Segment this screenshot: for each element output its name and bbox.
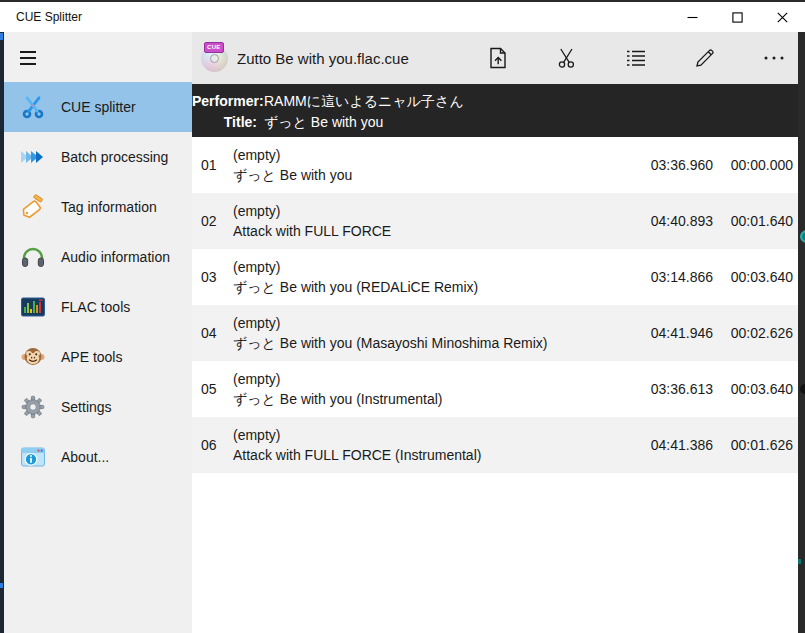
sidebar-item-audio-information[interactable]: Audio information [4, 232, 192, 282]
current-file: CUE Zutto Be with you.flac.cue [201, 45, 409, 72]
tracklist-icon [624, 46, 648, 70]
track-row[interactable]: 04 (empty) ずっと Be with you (Masayoshi Mi… [192, 305, 798, 361]
sidebar: CUE splitter Batch processing Tag inform… [4, 32, 192, 633]
track-duration: 04:41.386 [633, 437, 713, 453]
sidebar-menu: CUE splitter Batch processing Tag inform… [4, 82, 192, 482]
track-number: 06 [201, 437, 223, 453]
cue-badge: CUE [204, 42, 224, 53]
sidebar-item-label: Settings [61, 399, 112, 415]
sidebar-item-cue-splitter[interactable]: CUE splitter [4, 82, 192, 132]
more-button[interactable] [762, 46, 786, 70]
sidebar-item-label: APE tools [61, 349, 122, 365]
track-list: 01 (empty) ずっと Be with you 03:36.960 00:… [192, 137, 798, 633]
track-row[interactable]: 05 (empty) ずっと Be with you (Instrumental… [192, 361, 798, 417]
track-start-time: 00:03.640 [713, 269, 793, 285]
headphones-icon [20, 244, 46, 270]
titlebar: CUE Splitter [0, 2, 805, 32]
background-accent [798, 559, 801, 564]
track-start-time: 00:00.000 [713, 157, 793, 173]
background-accent [0, 583, 3, 588]
track-duration: 03:36.960 [633, 157, 713, 173]
track-title: Attack with FULL FORCE [233, 221, 633, 241]
background-window-left-edge [0, 32, 4, 633]
pencil-icon [693, 46, 717, 70]
track-row[interactable]: 02 (empty) Attack with FULL FORCE 04:40.… [192, 193, 798, 249]
close-icon [777, 12, 788, 23]
track-duration: 03:14.866 [633, 269, 713, 285]
title-label: Title: [192, 112, 257, 133]
track-title: ずっと Be with you (Masayoshi Minoshima Rem… [233, 333, 633, 353]
main-panel: CUE Zutto Be with you.flac.cue Performer… [192, 32, 798, 633]
minimize-icon [687, 12, 698, 23]
cue-meta-header: Performer: RAMMに這いよるニャル子さん Title: ずっと Be… [192, 84, 798, 137]
sidebar-item-batch-processing[interactable]: Batch processing [4, 132, 192, 182]
track-duration: 04:41.946 [633, 325, 713, 341]
track-number: 03 [201, 269, 223, 285]
sidebar-item-tag-information[interactable]: Tag information [4, 182, 192, 232]
sidebar-item-ape-tools[interactable]: APE tools [4, 332, 192, 382]
track-duration: 04:40.893 [633, 213, 713, 229]
info-icon [20, 444, 46, 470]
window-title: CUE Splitter [16, 10, 82, 24]
monkey-icon [20, 344, 46, 370]
track-title: ずっと Be with you (Instrumental) [233, 389, 633, 409]
maximize-button[interactable] [715, 2, 760, 32]
sidebar-item-label: FLAC tools [61, 299, 130, 315]
toolbar: CUE Zutto Be with you.flac.cue [192, 32, 798, 84]
track-row[interactable]: 03 (empty) ずっと Be with you (REDALiCE Rem… [192, 249, 798, 305]
track-number: 05 [201, 381, 223, 397]
window-body: CUE splitter Batch processing Tag inform… [0, 32, 805, 633]
track-tag: (empty) [233, 313, 633, 333]
background-accent [0, 33, 3, 40]
track-start-time: 00:01.626 [713, 437, 793, 453]
tag-icon [20, 194, 46, 220]
track-start-time: 00:01.640 [713, 213, 793, 229]
track-number: 04 [201, 325, 223, 341]
tracklist-button[interactable] [624, 46, 648, 70]
scissors-tool-icon [555, 46, 579, 70]
track-start-time: 00:02.626 [713, 325, 793, 341]
track-tag: (empty) [233, 145, 633, 165]
track-title: ずっと Be with you [233, 165, 633, 185]
hamburger-menu-button[interactable] [20, 51, 36, 65]
batch-icon [20, 144, 46, 170]
track-start-time: 00:03.640 [713, 381, 793, 397]
window-controls [670, 2, 805, 32]
track-number: 02 [201, 213, 223, 229]
track-tag: (empty) [233, 425, 633, 445]
maximize-icon [732, 12, 743, 23]
track-row[interactable]: 06 (empty) Attack with FULL FORCE (Instr… [192, 417, 798, 473]
minimize-button[interactable] [670, 2, 715, 32]
scissors-icon [20, 94, 46, 120]
track-tag: (empty) [233, 201, 633, 221]
sidebar-item-flac-tools[interactable]: FLAC tools [4, 282, 192, 332]
sidebar-item-about[interactable]: About... [4, 432, 192, 482]
sidebar-item-label: Tag information [61, 199, 157, 215]
track-tag: (empty) [233, 369, 633, 389]
sidebar-item-label: About... [61, 449, 109, 465]
track-tag: (empty) [233, 257, 633, 277]
cue-disc-icon: CUE [201, 45, 228, 72]
track-number: 01 [201, 157, 223, 173]
open-file-button[interactable] [486, 46, 510, 70]
filename-label: Zutto Be with you.flac.cue [237, 50, 409, 67]
background-teal-dot [800, 230, 805, 243]
edit-button[interactable] [693, 46, 717, 70]
track-title: ずっと Be with you (REDALiCE Remix) [233, 277, 633, 297]
track-title: Attack with FULL FORCE (Instrumental) [233, 445, 633, 465]
open-file-icon [486, 46, 510, 70]
track-duration: 03:36.613 [633, 381, 713, 397]
app-window: CUE Splitter CUE splitter Batch [0, 0, 805, 633]
performer-label: Performer: [192, 91, 257, 112]
toolbar-buttons [486, 46, 786, 70]
close-button[interactable] [760, 2, 805, 32]
split-button[interactable] [555, 46, 579, 70]
equalizer-icon [20, 294, 46, 320]
sidebar-item-label: CUE splitter [61, 99, 136, 115]
sidebar-item-settings[interactable]: Settings [4, 382, 192, 432]
track-row[interactable]: 01 (empty) ずっと Be with you 03:36.960 00:… [192, 137, 798, 193]
title-value: ずっと Be with you [257, 112, 383, 133]
ellipsis-icon [762, 46, 786, 70]
sidebar-item-label: Batch processing [61, 149, 168, 165]
performer-value: RAMMに這いよるニャル子さん [257, 91, 464, 112]
